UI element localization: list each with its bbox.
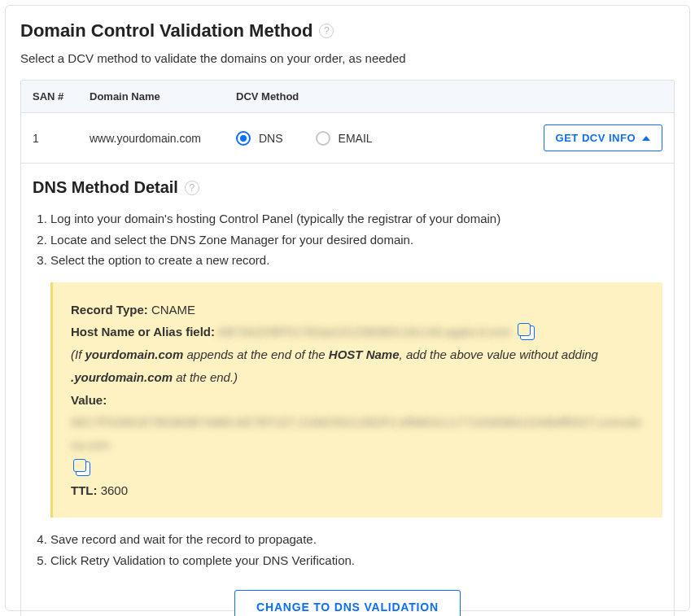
note-prefix: (If: [71, 347, 85, 361]
dns-detail-section: DNS Method Detail ? Log into your domain…: [21, 163, 674, 616]
record-type-value: CNAME: [151, 303, 195, 317]
page-title: Domain Control Validation Method: [20, 20, 313, 42]
record-type-label: Record Type:: [71, 303, 148, 317]
chevron-up-icon: [642, 136, 650, 141]
host-value-blurred: AB73A2DBF51782ae101258380116c140.again.i…: [217, 325, 511, 339]
ttl-row: TTL: 3600: [71, 479, 645, 502]
note-bold3: .yourdomain.com: [71, 370, 173, 384]
value-label-row: Value:: [71, 389, 645, 412]
table-header: SAN # Domain Name DCV Method: [21, 81, 674, 113]
step-2: Locate and select the DNS Zone Manager f…: [50, 229, 662, 251]
radio-email-circle: [316, 131, 330, 146]
step-4: Save record and wait for the record to p…: [50, 529, 662, 550]
get-dcv-info-button[interactable]: GET DCV INFO: [544, 125, 662, 151]
note-bold1: yourdomain.com: [85, 347, 184, 361]
help-icon[interactable]: ?: [185, 181, 199, 195]
get-dcv-info-label: GET DCV INFO: [556, 132, 636, 144]
radio-email[interactable]: EMAIL: [316, 131, 373, 146]
copy-icon[interactable]: [76, 461, 90, 476]
ttl-label: TTL:: [71, 483, 97, 497]
detail-title: DNS Method Detail: [33, 178, 178, 197]
dns-record-box: Record Type: CNAME Host Name or Alias fi…: [50, 282, 662, 518]
ttl-value: 3600: [101, 483, 128, 497]
note-mid2: , add the above value without adding: [400, 347, 598, 361]
step-5: Click Retry Validation to complete your …: [50, 550, 662, 571]
host-note: (If yourdomain.com appends at the end of…: [71, 343, 645, 389]
host-label: Host Name or Alias field:: [71, 325, 215, 339]
col-san-header: SAN #: [33, 90, 90, 103]
dcv-card: Domain Control Validation Method ? Selec…: [5, 5, 690, 611]
note-bold2: HOST Name: [329, 347, 400, 361]
host-row: Host Name or Alias field: AB73A2DBF51782…: [71, 321, 645, 343]
step-1: Log into your domain's hosting Control P…: [50, 208, 662, 229]
steps-list-top: Log into your domain's hosting Control P…: [33, 208, 662, 271]
table-row: 1 www.yourdomain.com DNS EMAIL GET DCV I…: [21, 113, 674, 163]
note-mid: appends at the end of the: [183, 347, 328, 361]
radio-dns-label: DNS: [259, 132, 283, 145]
col-domain-header: Domain Name: [90, 90, 236, 103]
note-suffix: at the end.): [173, 370, 238, 384]
value-row: 06C7F52891E780360B7A88CAE7EF107.21682352…: [71, 411, 645, 457]
san-number: 1: [33, 132, 90, 145]
radio-dns[interactable]: DNS: [236, 131, 283, 146]
step-3: Select the option to create a new record…: [50, 250, 662, 271]
detail-title-row: DNS Method Detail ?: [33, 178, 662, 197]
radio-dns-circle: [236, 131, 251, 146]
copy-icon[interactable]: [520, 325, 535, 340]
change-validation-button[interactable]: CHANGE TO DNS VALIDATION: [234, 590, 461, 616]
domain-table: SAN # Domain Name DCV Method 1 www.yourd…: [20, 80, 675, 616]
col-method-header: DCV Method: [236, 90, 662, 103]
record-type-row: Record Type: CNAME: [71, 299, 645, 321]
help-icon[interactable]: ?: [319, 24, 334, 38]
header-row: Domain Control Validation Method ?: [20, 20, 675, 42]
radio-email-label: EMAIL: [339, 132, 373, 145]
value-copy-row: [71, 457, 645, 479]
method-options: DNS EMAIL: [236, 131, 544, 146]
action-row: CHANGE TO DNS VALIDATION: [33, 590, 662, 616]
page-subtitle: Select a DCV method to validate the doma…: [20, 51, 675, 65]
steps-list-bottom: Save record and wait for the record to p…: [33, 529, 662, 570]
domain-name: www.yourdomain.com: [90, 132, 236, 145]
value-label: Value:: [71, 393, 107, 407]
value-blurred: 06C7F52891E780360B7A88CAE7EF107.21682352…: [71, 415, 641, 452]
